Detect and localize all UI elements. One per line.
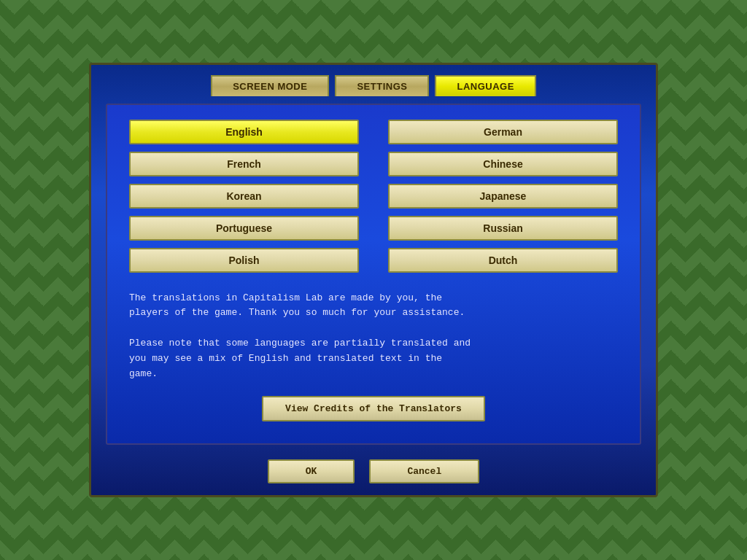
description-text: The translations in Capitalism Lab are m… [129,291,618,382]
tab-language[interactable]: LANGUAGE [435,75,535,96]
lang-btn-japanese[interactable]: Japanese [388,184,618,209]
modal-overlay: SCREEN MODE SETTINGS LANGUAGE English Ge… [0,0,747,560]
modal-container: SCREEN MODE SETTINGS LANGUAGE English Ge… [89,63,658,498]
view-credits-button[interactable]: View Credits of the Translators [262,396,485,421]
content-area: English German French Chinese Korean Jap… [106,104,641,446]
ok-button[interactable]: OK [268,459,355,483]
lang-btn-english[interactable]: English [129,120,359,144]
tab-bar: SCREEN MODE SETTINGS LANGUAGE [91,65,656,96]
lang-btn-dutch[interactable]: Dutch [388,248,618,273]
lang-btn-german[interactable]: German [388,120,618,144]
lang-btn-french[interactable]: French [129,152,359,176]
lang-btn-korean[interactable]: Korean [129,184,359,209]
lang-btn-russian[interactable]: Russian [388,216,618,241]
tab-settings[interactable]: SETTINGS [335,75,429,96]
lang-btn-polish[interactable]: Polish [129,248,359,273]
language-grid: English German French Chinese Korean Jap… [129,120,618,273]
tab-screen-mode[interactable]: SCREEN MODE [211,75,329,96]
cancel-button[interactable]: Cancel [369,459,479,483]
lang-btn-chinese[interactable]: Chinese [388,152,618,176]
lang-btn-portuguese[interactable]: Portuguese [129,216,359,241]
action-bar: OK Cancel [91,452,656,495]
